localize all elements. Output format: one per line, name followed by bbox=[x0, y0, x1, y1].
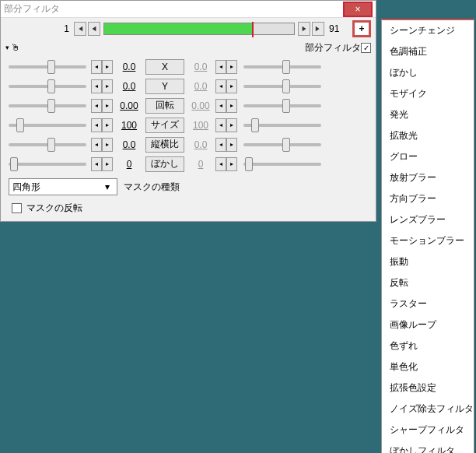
menu-item[interactable]: グロー bbox=[382, 146, 474, 167]
param-value-right[interactable]: 0.0 bbox=[187, 81, 214, 92]
spin-left-up[interactable]: ▸ bbox=[102, 99, 113, 113]
seek-next-button[interactable] bbox=[298, 22, 310, 36]
menu-item[interactable]: シャープフィルタ bbox=[382, 420, 474, 441]
menu-item[interactable]: モザイク bbox=[382, 83, 474, 104]
param-value-right[interactable]: 0.0 bbox=[187, 61, 214, 72]
spin-right-up[interactable]: ▸ bbox=[226, 118, 237, 132]
mask-row: 四角形 ▾ マスクの種類 bbox=[1, 175, 376, 198]
filter-menu: シーンチェンジ色調補正ぼかしモザイク発光拡散光グロー放射ブラー方向ブラーレンズブ… bbox=[381, 19, 474, 453]
spin-right-up[interactable]: ▸ bbox=[226, 138, 237, 152]
param-value-left[interactable]: 100 bbox=[116, 120, 142, 131]
spin-left-up[interactable]: ▸ bbox=[102, 118, 113, 132]
menu-item[interactable]: ラスター bbox=[382, 293, 474, 314]
spin-right-down[interactable]: ◂ bbox=[215, 138, 226, 152]
param-slider-left[interactable] bbox=[5, 85, 89, 88]
close-button[interactable]: × bbox=[343, 2, 373, 17]
spin-right-down[interactable]: ◂ bbox=[215, 60, 226, 74]
param-value-left[interactable]: 0.0 bbox=[116, 81, 142, 92]
param-value-left[interactable]: 0.0 bbox=[116, 139, 142, 150]
spin-left-down[interactable]: ◂ bbox=[91, 60, 102, 74]
frame-start: 1 bbox=[5, 23, 72, 34]
spin-left-up[interactable]: ▸ bbox=[102, 157, 113, 171]
timeline: 1 91 + bbox=[1, 18, 376, 40]
menu-item[interactable]: 反転 bbox=[382, 272, 474, 293]
menu-item[interactable]: 色調補正 bbox=[382, 41, 474, 62]
seek-end-button[interactable] bbox=[312, 22, 324, 36]
param-name-button[interactable]: Y bbox=[145, 79, 184, 94]
param-slider-left[interactable] bbox=[5, 163, 89, 166]
spin-left-down[interactable]: ◂ bbox=[91, 99, 102, 113]
menu-item[interactable]: ノイズ除去フィルタ bbox=[382, 399, 474, 420]
timeline-marker[interactable] bbox=[252, 22, 254, 37]
section-label: 部分フィルタ bbox=[305, 41, 361, 54]
spin-right-up[interactable]: ▸ bbox=[226, 157, 237, 171]
section-checkbox[interactable]: ✓ bbox=[361, 43, 371, 53]
spin-right-up[interactable]: ▸ bbox=[226, 79, 237, 93]
menu-item[interactable]: 拡張色設定 bbox=[382, 378, 474, 399]
param-name-button[interactable]: サイズ bbox=[145, 118, 184, 133]
spin-left-up[interactable]: ▸ bbox=[102, 138, 113, 152]
spin-right-up[interactable]: ▸ bbox=[226, 99, 237, 113]
param-slider-left[interactable] bbox=[5, 104, 89, 107]
param-slider-right[interactable] bbox=[240, 143, 324, 146]
spin-right-down[interactable]: ◂ bbox=[215, 157, 226, 171]
param-value-right[interactable]: 0 bbox=[187, 159, 214, 170]
spin-left-down[interactable]: ◂ bbox=[91, 118, 102, 132]
spin-left-up[interactable]: ▸ bbox=[102, 60, 113, 74]
param-slider-right[interactable] bbox=[240, 124, 324, 127]
menu-item[interactable]: 方向ブラー bbox=[382, 188, 474, 209]
mask-type-value: 四角形 bbox=[12, 181, 101, 194]
menu-item[interactable]: 発光 bbox=[382, 104, 474, 125]
mask-type-select[interactable]: 四角形 ▾ bbox=[9, 178, 117, 195]
menu-item[interactable]: ぼかしフィルタ bbox=[382, 441, 474, 453]
timeline-track[interactable] bbox=[103, 23, 295, 35]
menu-item[interactable]: 放射ブラー bbox=[382, 167, 474, 188]
param-name-button[interactable]: X bbox=[145, 59, 184, 75]
param-name-button[interactable]: ぼかし bbox=[145, 156, 184, 172]
menu-item[interactable]: シーンチェンジ bbox=[382, 20, 474, 41]
param-value-right[interactable]: 0.0 bbox=[187, 139, 214, 150]
menu-item[interactable]: モーションブラー bbox=[382, 230, 474, 251]
param-name-button[interactable]: 回転 bbox=[145, 98, 184, 114]
param-value-right[interactable]: 100 bbox=[187, 120, 214, 131]
spin-left-up[interactable]: ▸ bbox=[102, 79, 113, 93]
spin-right-down[interactable]: ◂ bbox=[215, 118, 226, 132]
menu-item[interactable]: 単色化 bbox=[382, 356, 474, 378]
param-slider-right[interactable] bbox=[240, 85, 324, 88]
param-row: ◂▸100サイズ100◂▸ bbox=[5, 115, 371, 135]
spin-right-down[interactable]: ◂ bbox=[215, 79, 226, 93]
spin-left-down[interactable]: ◂ bbox=[91, 157, 102, 171]
param-slider-right[interactable] bbox=[240, 163, 324, 166]
menu-item[interactable]: 画像ループ bbox=[382, 314, 474, 335]
mask-type-label: マスクの種類 bbox=[124, 181, 180, 194]
param-slider-left[interactable] bbox=[5, 124, 89, 127]
menu-item[interactable]: 拡散光 bbox=[382, 125, 474, 146]
add-filter-button[interactable]: + bbox=[352, 20, 371, 37]
mouse-icon: 🖱 bbox=[11, 42, 20, 53]
chevron-down-icon: ▾ bbox=[101, 181, 114, 192]
seek-prev-button[interactable] bbox=[88, 22, 100, 36]
param-value-left[interactable]: 0.00 bbox=[116, 100, 142, 111]
param-slider-left[interactable] bbox=[5, 65, 89, 68]
param-name-button[interactable]: 縦横比 bbox=[145, 137, 184, 153]
section-header[interactable]: ▾ 🖱 部分フィルタ ✓ bbox=[1, 40, 376, 55]
param-row: ◂▸0.0X0.0◂▸ bbox=[5, 57, 371, 76]
param-slider-left[interactable] bbox=[5, 143, 89, 146]
param-value-right[interactable]: 0.00 bbox=[187, 100, 214, 111]
spin-right-up[interactable]: ▸ bbox=[226, 60, 237, 74]
menu-item[interactable]: レンズブラー bbox=[382, 209, 474, 230]
param-value-left[interactable]: 0 bbox=[116, 159, 142, 170]
menu-item[interactable]: ぼかし bbox=[382, 62, 474, 83]
seek-start-button[interactable] bbox=[74, 22, 86, 36]
spin-left-down[interactable]: ◂ bbox=[91, 79, 102, 93]
spin-left-down[interactable]: ◂ bbox=[91, 138, 102, 152]
menu-item[interactable]: 振動 bbox=[382, 251, 474, 272]
menu-item[interactable]: 色ずれ bbox=[382, 335, 474, 356]
window-title: 部分フィルタ bbox=[4, 2, 343, 16]
spin-right-down[interactable]: ◂ bbox=[215, 99, 226, 113]
mask-invert-checkbox[interactable] bbox=[12, 203, 22, 213]
param-value-left[interactable]: 0.0 bbox=[116, 61, 142, 72]
param-slider-right[interactable] bbox=[240, 65, 324, 68]
titlebar[interactable]: 部分フィルタ × bbox=[1, 1, 376, 18]
param-slider-right[interactable] bbox=[240, 104, 324, 107]
